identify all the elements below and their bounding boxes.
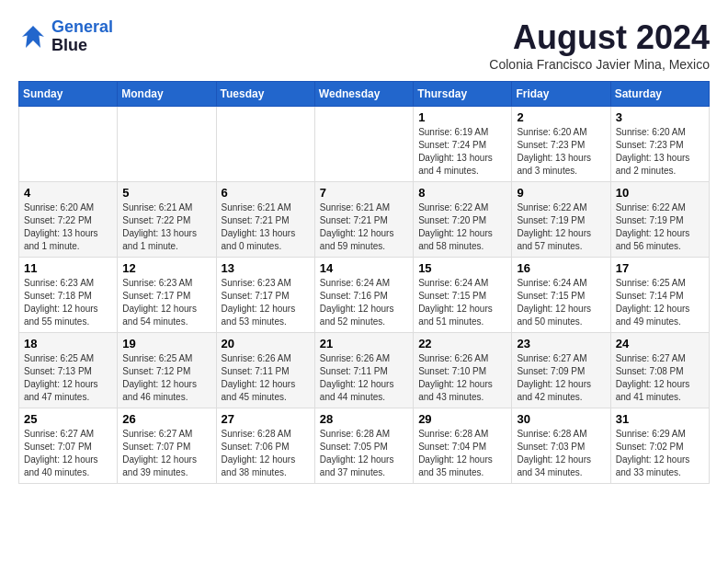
- logo: General Blue: [18, 18, 113, 55]
- day-number: 5: [122, 186, 210, 200]
- day-number: 28: [320, 412, 408, 426]
- logo-icon: [18, 22, 48, 52]
- calendar-day-cell: 20Sunrise: 6:26 AM Sunset: 7:11 PM Dayli…: [216, 333, 314, 408]
- calendar-day-cell: 28Sunrise: 6:28 AM Sunset: 7:05 PM Dayli…: [314, 408, 413, 484]
- day-number: 2: [517, 110, 605, 124]
- title-section: August 2024 Colonia Francisco Javier Min…: [489, 18, 710, 72]
- weekday-header: Monday: [118, 82, 216, 107]
- day-number: 10: [616, 186, 704, 200]
- day-info: Sunrise: 6:23 AM Sunset: 7:18 PM Dayligh…: [24, 277, 112, 328]
- day-info: Sunrise: 6:24 AM Sunset: 7:15 PM Dayligh…: [517, 277, 605, 328]
- day-info: Sunrise: 6:21 AM Sunset: 7:21 PM Dayligh…: [222, 201, 310, 253]
- day-info: Sunrise: 6:22 AM Sunset: 7:19 PM Dayligh…: [616, 201, 704, 253]
- calendar-header: SundayMondayTuesdayWednesdayThursdayFrid…: [19, 82, 710, 107]
- day-number: 15: [418, 261, 506, 275]
- day-info: Sunrise: 6:28 AM Sunset: 7:05 PM Dayligh…: [320, 428, 408, 479]
- day-number: 26: [122, 412, 210, 426]
- day-info: Sunrise: 6:21 AM Sunset: 7:21 PM Dayligh…: [320, 201, 408, 253]
- calendar-day-cell: 27Sunrise: 6:28 AM Sunset: 7:06 PM Dayli…: [216, 408, 314, 484]
- calendar-day-cell: 8Sunrise: 6:22 AM Sunset: 7:20 PM Daylig…: [414, 182, 512, 258]
- day-info: Sunrise: 6:22 AM Sunset: 7:20 PM Dayligh…: [418, 201, 506, 253]
- day-number: 20: [222, 337, 310, 350]
- calendar-body: 1Sunrise: 6:19 AM Sunset: 7:24 PM Daylig…: [19, 107, 710, 484]
- calendar-day-cell: [314, 107, 413, 182]
- day-info: Sunrise: 6:27 AM Sunset: 7:07 PM Dayligh…: [122, 428, 210, 479]
- calendar-day-cell: 26Sunrise: 6:27 AM Sunset: 7:07 PM Dayli…: [118, 408, 216, 484]
- day-info: Sunrise: 6:26 AM Sunset: 7:11 PM Dayligh…: [320, 352, 408, 404]
- calendar-day-cell: 30Sunrise: 6:28 AM Sunset: 7:03 PM Dayli…: [512, 408, 610, 484]
- day-info: Sunrise: 6:27 AM Sunset: 7:09 PM Dayligh…: [517, 352, 605, 404]
- calendar-day-cell: [216, 107, 314, 182]
- day-info: Sunrise: 6:23 AM Sunset: 7:17 PM Dayligh…: [122, 277, 210, 328]
- calendar-day-cell: 24Sunrise: 6:27 AM Sunset: 7:08 PM Dayli…: [610, 333, 709, 408]
- calendar-day-cell: 15Sunrise: 6:24 AM Sunset: 7:15 PM Dayli…: [414, 258, 512, 333]
- calendar-day-cell: 6Sunrise: 6:21 AM Sunset: 7:21 PM Daylig…: [216, 182, 314, 258]
- weekday-header: Sunday: [19, 82, 118, 107]
- day-number: 14: [320, 261, 408, 275]
- day-info: Sunrise: 6:24 AM Sunset: 7:16 PM Dayligh…: [320, 277, 408, 328]
- calendar-day-cell: 5Sunrise: 6:21 AM Sunset: 7:22 PM Daylig…: [118, 182, 216, 258]
- calendar-week-row: 11Sunrise: 6:23 AM Sunset: 7:18 PM Dayli…: [19, 258, 710, 333]
- day-info: Sunrise: 6:28 AM Sunset: 7:03 PM Dayligh…: [517, 428, 605, 479]
- day-number: 23: [517, 337, 605, 350]
- weekday-header: Wednesday: [314, 82, 413, 107]
- svg-marker-0: [22, 26, 44, 48]
- calendar-day-cell: 10Sunrise: 6:22 AM Sunset: 7:19 PM Dayli…: [610, 182, 709, 258]
- day-info: Sunrise: 6:26 AM Sunset: 7:10 PM Dayligh…: [418, 352, 506, 404]
- day-info: Sunrise: 6:20 AM Sunset: 7:22 PM Dayligh…: [24, 201, 112, 253]
- day-info: Sunrise: 6:27 AM Sunset: 7:08 PM Dayligh…: [616, 352, 704, 404]
- location-title: Colonia Francisco Javier Mina, Mexico: [489, 57, 710, 72]
- day-number: 12: [122, 261, 210, 275]
- day-number: 18: [24, 337, 112, 350]
- day-number: 22: [418, 337, 506, 350]
- day-info: Sunrise: 6:28 AM Sunset: 7:06 PM Dayligh…: [222, 428, 310, 479]
- day-info: Sunrise: 6:29 AM Sunset: 7:02 PM Dayligh…: [616, 428, 704, 479]
- calendar-table: SundayMondayTuesdayWednesdayThursdayFrid…: [18, 81, 710, 484]
- day-info: Sunrise: 6:20 AM Sunset: 7:23 PM Dayligh…: [517, 126, 605, 178]
- weekday-header: Saturday: [610, 82, 709, 107]
- calendar-day-cell: 31Sunrise: 6:29 AM Sunset: 7:02 PM Dayli…: [610, 408, 709, 484]
- calendar-day-cell: 9Sunrise: 6:22 AM Sunset: 7:19 PM Daylig…: [512, 182, 610, 258]
- day-number: 29: [418, 412, 506, 426]
- day-number: 8: [418, 186, 506, 200]
- day-number: 21: [320, 337, 408, 350]
- day-number: 3: [616, 110, 704, 124]
- day-number: 6: [222, 186, 310, 200]
- day-info: Sunrise: 6:23 AM Sunset: 7:17 PM Dayligh…: [222, 277, 310, 328]
- day-number: 7: [320, 186, 408, 200]
- day-number: 25: [24, 412, 112, 426]
- day-info: Sunrise: 6:25 AM Sunset: 7:14 PM Dayligh…: [616, 277, 704, 328]
- day-number: 4: [24, 186, 112, 200]
- calendar-day-cell: 22Sunrise: 6:26 AM Sunset: 7:10 PM Dayli…: [414, 333, 512, 408]
- calendar-day-cell: [118, 107, 216, 182]
- day-number: 17: [616, 261, 704, 275]
- month-year-title: August 2024: [489, 18, 710, 57]
- logo-text: General Blue: [51, 18, 113, 55]
- day-info: Sunrise: 6:19 AM Sunset: 7:24 PM Dayligh…: [418, 126, 506, 178]
- calendar-day-cell: 4Sunrise: 6:20 AM Sunset: 7:22 PM Daylig…: [19, 182, 118, 258]
- calendar-week-row: 1Sunrise: 6:19 AM Sunset: 7:24 PM Daylig…: [19, 107, 710, 182]
- calendar-day-cell: 18Sunrise: 6:25 AM Sunset: 7:13 PM Dayli…: [19, 333, 118, 408]
- calendar-week-row: 18Sunrise: 6:25 AM Sunset: 7:13 PM Dayli…: [19, 333, 710, 408]
- calendar-day-cell: 17Sunrise: 6:25 AM Sunset: 7:14 PM Dayli…: [610, 258, 709, 333]
- calendar-day-cell: 29Sunrise: 6:28 AM Sunset: 7:04 PM Dayli…: [414, 408, 512, 484]
- page-header: General Blue August 2024 Colonia Francis…: [18, 18, 710, 72]
- day-info: Sunrise: 6:22 AM Sunset: 7:19 PM Dayligh…: [517, 201, 605, 253]
- calendar-day-cell: 21Sunrise: 6:26 AM Sunset: 7:11 PM Dayli…: [314, 333, 413, 408]
- calendar-day-cell: 11Sunrise: 6:23 AM Sunset: 7:18 PM Dayli…: [19, 258, 118, 333]
- calendar-day-cell: 23Sunrise: 6:27 AM Sunset: 7:09 PM Dayli…: [512, 333, 610, 408]
- calendar-week-row: 25Sunrise: 6:27 AM Sunset: 7:07 PM Dayli…: [19, 408, 710, 484]
- day-info: Sunrise: 6:24 AM Sunset: 7:15 PM Dayligh…: [418, 277, 506, 328]
- calendar-day-cell: 25Sunrise: 6:27 AM Sunset: 7:07 PM Dayli…: [19, 408, 118, 484]
- day-info: Sunrise: 6:27 AM Sunset: 7:07 PM Dayligh…: [24, 428, 112, 479]
- day-number: 31: [616, 412, 704, 426]
- day-info: Sunrise: 6:28 AM Sunset: 7:04 PM Dayligh…: [418, 428, 506, 479]
- calendar-day-cell: 2Sunrise: 6:20 AM Sunset: 7:23 PM Daylig…: [512, 107, 610, 182]
- calendar-day-cell: 19Sunrise: 6:25 AM Sunset: 7:12 PM Dayli…: [118, 333, 216, 408]
- calendar-day-cell: [19, 107, 118, 182]
- weekday-header: Friday: [512, 82, 610, 107]
- calendar-day-cell: 14Sunrise: 6:24 AM Sunset: 7:16 PM Dayli…: [314, 258, 413, 333]
- day-number: 19: [122, 337, 210, 350]
- day-info: Sunrise: 6:21 AM Sunset: 7:22 PM Dayligh…: [122, 201, 210, 253]
- calendar-day-cell: 12Sunrise: 6:23 AM Sunset: 7:17 PM Dayli…: [118, 258, 216, 333]
